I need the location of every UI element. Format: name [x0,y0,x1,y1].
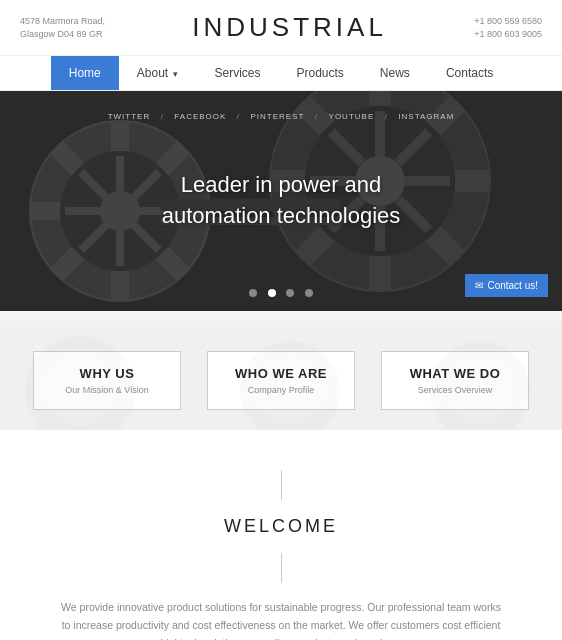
site-logo: INDUSTRIAL [192,12,387,43]
welcome-body: We provide innovative product solutions … [60,599,502,640]
who-we-are-box[interactable]: WHO WE ARE Company Profile [207,351,355,410]
dot-4[interactable] [305,289,313,297]
what-we-do-box[interactable]: WHAT WE DO Services Overview [381,351,529,410]
hero-contact-button[interactable]: ✉ Contact us! [465,274,548,297]
hero-section: TWITTER / FACEBOOK / PINTEREST / YOUTUBE… [0,91,562,311]
mail-icon: ✉ [475,280,483,291]
info-boxes: WHY US Our Mission & Vision WHO WE ARE C… [0,321,562,430]
header-phone: +1 800 559 6580 +1 800 603 9005 [474,15,542,40]
facebook-link[interactable]: FACEBOOK [174,112,226,121]
nav-item-home[interactable]: Home [51,56,119,90]
nav-item-about[interactable]: About ▾ [119,56,197,90]
nav-item-contacts[interactable]: Contacts [428,56,511,90]
instagram-link[interactable]: INSTAGRAM [398,112,454,121]
welcome-section: WELCOME We provide innovative product so… [0,430,562,640]
pinterest-link[interactable]: PINTEREST [251,112,305,121]
what-we-do-subtitle: Services Overview [394,385,516,395]
why-us-subtitle: Our Mission & Vision [46,385,168,395]
why-us-box[interactable]: WHY US Our Mission & Vision [33,351,181,410]
what-we-do-title: WHAT WE DO [394,366,516,381]
main-nav: Home About ▾ Services Products News Cont… [0,55,562,91]
welcome-top-divider [281,470,282,500]
hero-headline: Leader in power and automation technolog… [162,170,401,232]
dot-2[interactable] [268,289,276,297]
who-we-are-title: WHO WE ARE [220,366,342,381]
hero-social: TWITTER / FACEBOOK / PINTEREST / YOUTUBE… [0,105,562,123]
below-hero-section: ✉ Contact us! [0,311,562,430]
nav-item-services[interactable]: Services [196,56,278,90]
dot-1[interactable] [249,289,257,297]
nav-item-news[interactable]: News [362,56,428,90]
dot-3[interactable] [286,289,294,297]
nav-item-products[interactable]: Products [279,56,362,90]
header-address: 4578 Marmora Road, Glasgow D04 89 GR [20,15,105,40]
welcome-title: WELCOME [60,516,502,537]
welcome-bottom-divider [281,553,282,583]
twitter-link[interactable]: TWITTER [108,112,151,121]
who-we-are-subtitle: Company Profile [220,385,342,395]
why-us-title: WHY US [46,366,168,381]
youtube-link[interactable]: YOUTUBE [329,112,375,121]
site-header: 4578 Marmora Road, Glasgow D04 89 GR IND… [0,0,562,55]
